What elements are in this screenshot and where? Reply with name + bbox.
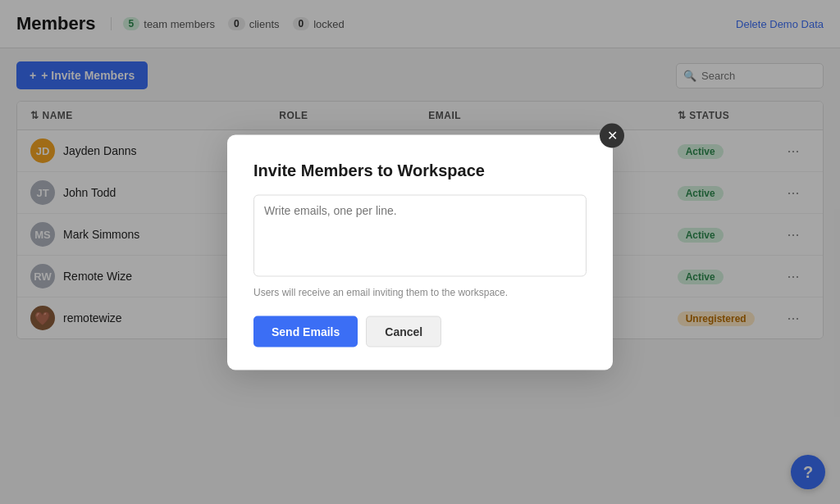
send-emails-button[interactable]: Send Emails (253, 316, 358, 347)
modal-close-button[interactable]: ✕ (600, 123, 624, 148)
cancel-button[interactable]: Cancel (366, 316, 441, 347)
invite-modal: ✕ Invite Members to Workspace Users will… (227, 134, 613, 370)
modal-actions: Send Emails Cancel (253, 316, 587, 347)
email-textarea[interactable] (253, 194, 587, 276)
modal-hint: Users will receive an email inviting the… (253, 286, 587, 297)
close-icon: ✕ (607, 128, 618, 143)
modal-title: Invite Members to Workspace (253, 161, 587, 179)
